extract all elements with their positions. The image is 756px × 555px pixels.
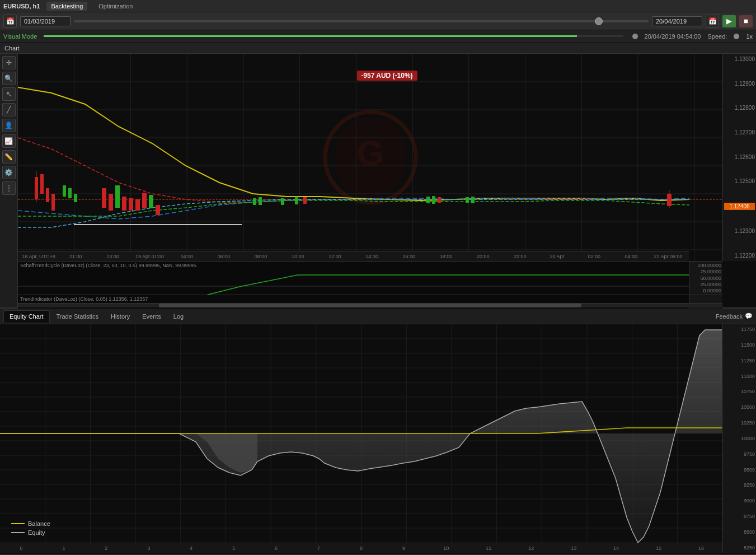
time-tick-16: 04:00 <box>613 254 650 259</box>
time-tick-15: 02:00 <box>576 254 613 259</box>
play-button[interactable]: ▶ <box>722 15 736 27</box>
chart-scrollbar[interactable] <box>18 303 722 307</box>
x-tick-15: 15 <box>637 545 680 551</box>
x-tick-14: 14 <box>595 545 637 551</box>
zoom-icon[interactable]: 🔍 <box>2 72 16 85</box>
svg-rect-48 <box>466 197 469 203</box>
x-tick-7: 7 <box>298 545 340 551</box>
bottom-panel: Equity Chart Trade Statistics History Ev… <box>0 309 756 555</box>
pnl-badge: -957 AUD (-10%) <box>356 71 417 81</box>
stop-button[interactable]: ■ <box>739 15 753 27</box>
svg-rect-44 <box>303 197 307 204</box>
chart-icon[interactable]: 📈 <box>2 134 16 148</box>
tab-events[interactable]: Events <box>137 311 167 322</box>
svg-rect-43 <box>295 197 298 204</box>
svg-rect-26 <box>51 194 55 211</box>
time-tick-3: 19 Apr 01:00 <box>132 254 168 259</box>
time-tick-2: 23:00 <box>94 254 131 259</box>
time-tick-14: 20 Apr <box>538 254 575 259</box>
more-icon[interactable]: ⋮ <box>2 181 16 195</box>
top-bar: EURUSD, h1 Backtesting Optimization <box>0 0 756 12</box>
time-tick-17: 22 Apr 06:00 <box>650 254 687 259</box>
draw-icon[interactable]: ✏️ <box>2 150 16 164</box>
x-tick-10: 10 <box>425 545 467 551</box>
calendar-icon[interactable]: 📅 <box>3 15 17 28</box>
svg-rect-49 <box>471 197 475 203</box>
equity-x-axis: 0 1 2 3 4 5 6 7 8 9 10 11 12 13 14 15 16 <box>0 543 722 553</box>
tab-equity-chart[interactable]: Equity Chart <box>3 310 50 323</box>
svg-rect-33 <box>122 197 126 211</box>
x-tick-6: 6 <box>255 545 298 551</box>
person-icon[interactable]: 👤 <box>2 119 16 132</box>
time-tick-0: 18 Apr, UTC+8 <box>20 254 57 259</box>
svg-rect-35 <box>135 199 140 211</box>
price-tick-2: 1.12800 <box>724 105 755 111</box>
time-tick-7: 10:00 <box>279 254 316 259</box>
chart-label: Chart <box>0 43 756 54</box>
x-tick-2: 2 <box>85 545 128 551</box>
line-icon[interactable]: ╱ <box>2 103 16 116</box>
x-tick-1: 1 <box>43 545 85 551</box>
y-tick-7: 10000 <box>724 436 755 441</box>
svg-rect-32 <box>115 185 120 208</box>
svg-rect-27 <box>63 185 66 197</box>
chart-tools: ✛ 🔍 ↖ ╱ 👤 📈 ✏️ ⚙️ ⋮ <box>0 54 18 307</box>
price-axis: 1.13000 1.12900 1.12800 1.12700 1.12600 … <box>722 54 756 261</box>
timeline-slider[interactable] <box>74 20 649 22</box>
y-tick-13: 8500 <box>724 529 755 535</box>
y-tick-4: 10750 <box>724 389 755 394</box>
equity-chart-svg <box>0 324 722 543</box>
legend-equity: Equity <box>11 529 50 536</box>
svg-rect-46 <box>432 196 435 204</box>
equity-y-axis: 11750 11500 11250 11000 10750 10500 1025… <box>722 324 756 553</box>
time-tick-13: 22:00 <box>501 254 538 259</box>
svg-rect-47 <box>438 197 441 203</box>
svg-rect-30 <box>102 188 106 208</box>
y-tick-9: 9500 <box>724 467 755 473</box>
price-tick-1: 1.12900 <box>724 81 755 87</box>
settings-icon[interactable]: ⚙️ <box>2 166 16 179</box>
svg-rect-34 <box>129 198 133 211</box>
svg-rect-29 <box>74 194 77 202</box>
chart-canvas: -957 AUD (-10%) G <box>18 54 756 307</box>
y-tick-10: 9250 <box>724 482 755 488</box>
tab-backtesting[interactable]: Backtesting <box>46 2 87 11</box>
y-tick-11: 9000 <box>724 498 755 503</box>
main-chart-svg <box>18 54 722 261</box>
sub-indicator-1: SchaffTrendCycle (DaveLoz) (Close, 23, 5… <box>18 261 722 295</box>
calendar-end-icon[interactable]: 📅 <box>706 15 719 28</box>
pointer-icon[interactable]: ↖ <box>2 87 16 101</box>
svg-rect-36 <box>142 193 147 208</box>
tab-optimization[interactable]: Optimization <box>94 2 137 11</box>
equity-legend: Balance Equity <box>11 520 50 536</box>
y-tick-2: 11250 <box>724 358 755 363</box>
start-date-input[interactable] <box>20 16 71 26</box>
y-tick-0: 11750 <box>724 327 755 332</box>
tab-trade-statistics[interactable]: Trade Statistics <box>51 311 104 322</box>
time-tick-4: 04:00 <box>168 254 205 259</box>
balance-line-icon <box>11 523 25 524</box>
price-tick-5: 1.12500 <box>724 178 755 184</box>
x-tick-16: 16 <box>680 545 722 551</box>
crosshair-icon[interactable]: ✛ <box>2 56 16 69</box>
visual-mode-progress <box>44 35 623 37</box>
svg-rect-31 <box>109 194 113 211</box>
sub-indicator-1-label: SchaffTrendCycle (DaveLoz) (Close, 23, 5… <box>18 262 199 269</box>
time-tick-10: 16:00 <box>391 254 428 259</box>
price-tick-4: 1.12600 <box>724 154 755 160</box>
svg-rect-41 <box>259 197 262 205</box>
y-tick-3: 11000 <box>724 374 755 379</box>
time-tick-6: 08:00 <box>242 254 279 259</box>
x-tick-11: 11 <box>467 545 510 551</box>
end-date-input[interactable] <box>652 16 702 26</box>
time-tick-12: 20:00 <box>464 254 501 259</box>
price-highlight: 1.12406 <box>724 203 755 210</box>
speed-label: Speed: <box>708 33 727 40</box>
tab-log[interactable]: Log <box>168 311 189 322</box>
chart-section: Chart ✛ 🔍 ↖ ╱ 👤 📈 ✏️ ⚙️ ⋮ -957 AUD (-10%… <box>0 43 756 309</box>
feedback-button[interactable]: Feedback 💬 <box>716 313 753 320</box>
toolbar: 📅 📅 ▶ ■ <box>0 12 756 30</box>
tab-history[interactable]: History <box>105 311 135 322</box>
svg-rect-24 <box>40 174 44 194</box>
equity-label: Equity <box>28 529 45 536</box>
